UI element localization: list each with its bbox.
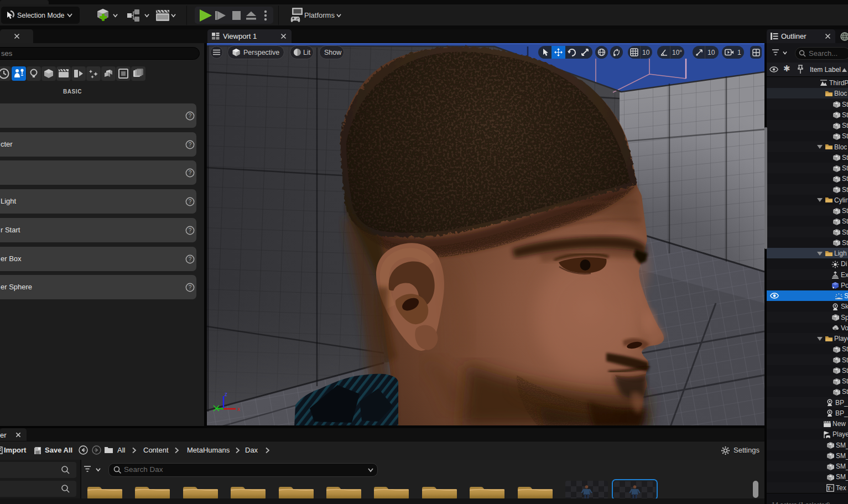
svg-text:?: ? bbox=[189, 199, 192, 205]
svg-text:?: ? bbox=[189, 170, 192, 176]
svg-text:T: T bbox=[827, 486, 831, 491]
svg-text:t: t bbox=[831, 486, 833, 490]
svg-text:z: z bbox=[225, 391, 227, 397]
svg-text:?: ? bbox=[189, 113, 192, 119]
svg-text:?: ? bbox=[189, 256, 192, 262]
svg-text:?: ? bbox=[189, 142, 192, 148]
svg-text:?: ? bbox=[189, 284, 192, 290]
svg-text:x: x bbox=[237, 406, 240, 412]
svg-text:?: ? bbox=[189, 227, 192, 233]
